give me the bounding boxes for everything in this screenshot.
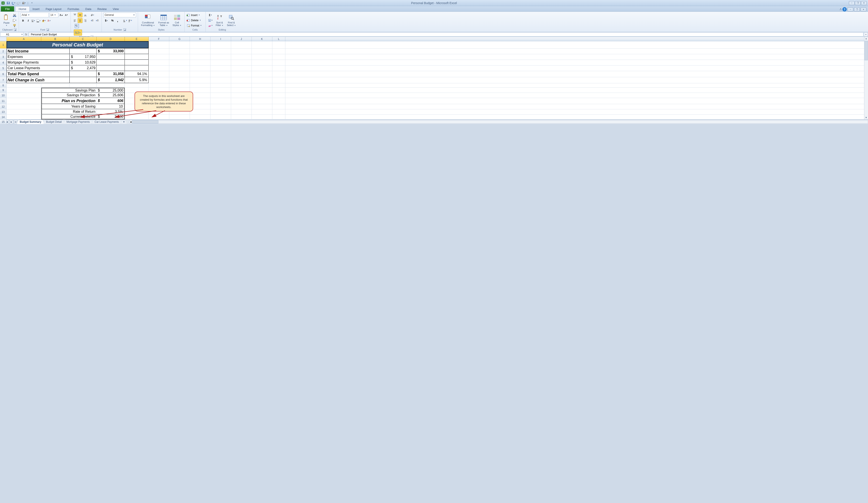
col-header-h[interactable]: H	[190, 37, 210, 41]
cell[interactable]	[149, 41, 169, 48]
cell[interactable]	[210, 54, 231, 60]
row-header-2[interactable]: 2	[0, 49, 7, 54]
cell[interactable]: 94.1%	[125, 71, 149, 77]
undo-icon[interactable]: ▼	[11, 1, 16, 5]
cell[interactable]	[169, 98, 190, 104]
cell[interactable]	[96, 60, 125, 65]
formula-expand[interactable]: ▾	[864, 32, 868, 36]
row-header-4[interactable]: 4	[0, 60, 7, 65]
autosum-button[interactable]: Σ▼	[207, 13, 214, 18]
cell[interactable]: $2,479	[70, 65, 96, 71]
cell[interactable]	[149, 65, 169, 71]
cell[interactable]	[231, 49, 252, 54]
cell[interactable]	[231, 65, 252, 71]
cell[interactable]	[169, 71, 190, 77]
cell[interactable]	[190, 41, 210, 48]
decrease-decimal-icon[interactable]: .00.0	[128, 18, 133, 23]
cell[interactable]: Net Change in Cash	[7, 77, 70, 83]
comma-format-icon[interactable]: ,	[115, 18, 120, 23]
cell[interactable]	[149, 109, 169, 114]
cell[interactable]: $31,058	[96, 71, 125, 77]
col-header-i[interactable]: I	[210, 37, 231, 41]
cell-styles-button[interactable]: Cell Styles ▼	[171, 13, 183, 27]
cell[interactable]	[272, 109, 285, 114]
cell[interactable]	[169, 109, 190, 114]
cell[interactable]	[252, 109, 272, 114]
clear-button[interactable]: ▼	[207, 23, 214, 28]
minimize-button[interactable]: ─	[849, 1, 855, 5]
cell[interactable]: Net Income	[7, 49, 70, 54]
col-header-k[interactable]: K	[252, 37, 272, 41]
cell[interactable]	[190, 49, 210, 54]
cell[interactable]	[169, 54, 190, 60]
cell[interactable]	[252, 88, 272, 93]
align-left-icon[interactable]	[72, 18, 77, 23]
workbook-minimize-button[interactable]: ─	[848, 7, 853, 11]
wrap-text-button[interactable]: ab	[74, 23, 80, 29]
restore-button[interactable]: ❐	[855, 1, 861, 5]
cell[interactable]	[190, 77, 210, 83]
cell[interactable]	[190, 98, 210, 104]
cell[interactable]	[7, 115, 41, 119]
col-header-c[interactable]: C	[70, 37, 96, 41]
cell[interactable]	[252, 41, 272, 48]
help-icon[interactable]: ?	[843, 7, 847, 11]
cell[interactable]	[210, 41, 231, 48]
orientation-icon[interactable]: ab▼	[90, 13, 95, 17]
cell[interactable]	[149, 115, 169, 119]
cell[interactable]	[210, 83, 231, 87]
save-icon[interactable]	[6, 1, 10, 5]
cell[interactable]	[7, 88, 41, 93]
fill-color-button[interactable]: ▼	[41, 18, 46, 23]
cell[interactable]	[125, 54, 149, 60]
cell[interactable]	[125, 109, 149, 114]
cell[interactable]	[149, 104, 169, 109]
align-top-icon[interactable]	[72, 13, 77, 17]
cell-a1[interactable]: Personal Cash Budget	[7, 41, 149, 48]
file-tab[interactable]: File	[1, 6, 14, 11]
cell[interactable]	[252, 83, 272, 87]
shrink-font-icon[interactable]: A▼	[64, 13, 69, 17]
cell[interactable]	[7, 93, 41, 98]
row-header-14[interactable]: 14	[0, 115, 7, 119]
cell[interactable]	[210, 88, 231, 93]
row-header-15[interactable]: 15	[0, 120, 7, 124]
cell[interactable]	[190, 104, 210, 109]
cell[interactable]	[190, 109, 210, 114]
cell[interactable]	[169, 77, 190, 83]
cell[interactable]	[169, 93, 190, 98]
row-header-6[interactable]: 6	[0, 71, 7, 77]
bold-button[interactable]: B	[21, 18, 25, 23]
cell[interactable]	[190, 88, 210, 93]
row-header-1[interactable]: 1	[0, 41, 7, 48]
copy-icon[interactable]: ▼	[12, 18, 17, 23]
format-cells-button[interactable]: Format▼	[186, 23, 204, 28]
cell[interactable]	[7, 83, 41, 87]
tab-home[interactable]: Home	[16, 6, 30, 11]
cell[interactable]	[210, 98, 231, 104]
cell[interactable]	[96, 83, 125, 87]
cell[interactable]	[210, 104, 231, 109]
align-right-icon[interactable]	[83, 18, 88, 23]
font-name-combo[interactable]: Arial▼	[21, 13, 49, 17]
cell[interactable]: Mortgage Payments	[7, 60, 70, 65]
cell[interactable]: $606	[96, 98, 125, 104]
cell[interactable]	[169, 104, 190, 109]
cell[interactable]: Plan vs Projection	[41, 98, 96, 104]
formula-input[interactable]: Personal Cash Budget	[29, 32, 864, 36]
font-color-button[interactable]: A▼	[46, 18, 51, 23]
cell[interactable]: Savings Plan	[41, 88, 96, 93]
cell[interactable]: Total Plan Spend	[7, 71, 70, 77]
minimize-ribbon-icon[interactable]: ᐱ	[840, 8, 841, 11]
cell[interactable]	[210, 93, 231, 98]
cell[interactable]	[231, 104, 252, 109]
cell[interactable]	[272, 88, 285, 93]
cell[interactable]: Car Lease Payments	[7, 65, 70, 71]
row-header-12[interactable]: 12	[0, 104, 7, 109]
col-header-g[interactable]: G	[169, 37, 190, 41]
row-header-11[interactable]: 11	[0, 98, 7, 104]
cell[interactable]	[149, 54, 169, 60]
sheet-tab-budget-summary[interactable]: Budget Summary	[17, 120, 44, 124]
cell[interactable]	[231, 93, 252, 98]
cell[interactable]	[210, 49, 231, 54]
